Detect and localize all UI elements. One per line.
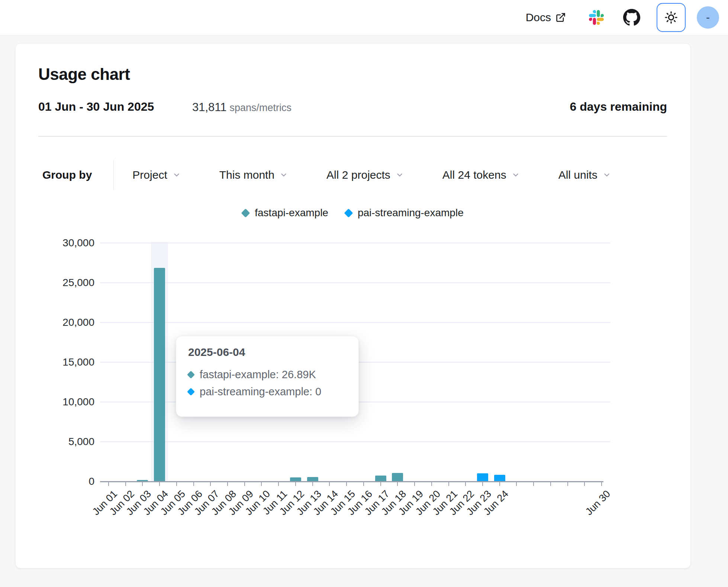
usage-card: Usage chart 01 Jun - 30 Jun 2025 31,811s… — [15, 43, 691, 568]
avatar-label: - — [706, 11, 710, 24]
dropdown-all-2-projects[interactable]: All 2 projects — [326, 169, 404, 181]
chevron-down-icon — [603, 171, 611, 179]
x-axis-tick — [516, 482, 517, 486]
x-axis-tick-label: Jun 30 — [576, 488, 613, 525]
page-title: Usage chart — [38, 65, 130, 84]
x-axis-tick — [346, 482, 347, 486]
x-axis-tick — [125, 482, 126, 486]
gridline-30000 — [100, 243, 610, 243]
slack-icon — [589, 10, 604, 25]
x-axis-tick-label: Jun 14 — [304, 488, 341, 525]
x-axis-line — [100, 481, 603, 482]
external-link-icon — [555, 12, 566, 23]
x-axis-tick-label: Jun 17 — [355, 488, 392, 525]
theme-toggle-button[interactable] — [657, 3, 686, 32]
date-range: 01 Jun - 30 Jun 2025 — [38, 100, 154, 114]
x-axis-tick-label: Jun 01 — [83, 488, 120, 525]
x-axis-tick — [329, 482, 330, 486]
usage-count: 31,811 — [192, 101, 227, 114]
y-axis-tick-label: 20,000 — [35, 317, 94, 328]
x-axis-tick-label: Jun 10 — [236, 488, 273, 525]
x-axis-tick — [278, 482, 279, 486]
x-axis-tick-label: Jun 08 — [202, 488, 239, 525]
dropdown-all-24-tokens[interactable]: All 24 tokens — [442, 169, 520, 181]
tooltip-row-pai-streaming-example: pai-streaming-example: 0 — [188, 383, 347, 400]
chevron-down-icon — [396, 171, 404, 179]
dropdown-all-units[interactable]: All units — [558, 169, 611, 181]
y-axis-tick-label: 25,000 — [35, 277, 94, 289]
x-axis-tick-label: Jun 07 — [184, 488, 222, 525]
dropdown-this-month[interactable]: This month — [219, 169, 288, 181]
chevron-down-icon — [173, 171, 181, 179]
x-axis-tick — [261, 482, 262, 486]
chevron-down-icon — [512, 171, 520, 179]
y-axis-tick-label: 30,000 — [35, 237, 94, 249]
bar-fastapi-example-jun-04[interactable] — [154, 268, 165, 481]
x-axis-tick — [227, 482, 228, 486]
x-axis-tick-label: Jun 18 — [372, 488, 409, 525]
tooltip-diamond-icon — [187, 370, 195, 378]
docs-link[interactable]: Docs — [526, 11, 566, 24]
x-axis-tick — [193, 482, 194, 486]
x-axis-tick — [414, 482, 415, 486]
slack-button[interactable] — [589, 10, 604, 25]
tooltip-diamond-icon — [187, 387, 195, 395]
x-axis-tick — [482, 482, 483, 486]
x-axis-tick — [465, 482, 466, 486]
y-axis-tick-label: 5,000 — [35, 436, 94, 448]
x-axis-tick — [244, 482, 245, 486]
x-axis-tick-label: Jun 15 — [320, 488, 358, 525]
gridline-20000 — [100, 322, 610, 323]
x-axis-tick-label: Jun 03 — [117, 488, 154, 525]
x-axis-tick — [108, 482, 109, 486]
x-axis-tick — [601, 482, 602, 486]
x-axis-tick — [397, 482, 398, 486]
x-axis-tick — [142, 482, 143, 486]
bar-fastapi-example-jun-18[interactable] — [392, 473, 403, 481]
dropdown-label: All units — [558, 169, 597, 181]
bar-fastapi-example-jun-13[interactable] — [307, 477, 318, 481]
chevron-down-icon — [280, 171, 288, 179]
sun-icon — [664, 10, 678, 25]
github-button[interactable] — [623, 9, 640, 26]
x-axis-tick — [380, 482, 381, 486]
legend-item-fastapi-example[interactable]: fastapi-example — [242, 207, 328, 219]
x-axis-tick — [431, 482, 432, 486]
x-axis-tick — [312, 482, 313, 486]
usage-count-wrap: 31,811spans/metrics — [192, 101, 291, 114]
usage-bar-chart: 05,00010,00015,00020,00025,00030,000Jun … — [16, 43, 691, 569]
x-axis-tick — [550, 482, 551, 486]
x-axis-tick — [567, 482, 568, 486]
x-axis-tick — [295, 482, 296, 486]
legend-item-pai-streaming-example[interactable]: pai-streaming-example — [345, 207, 464, 219]
tooltip-date: 2025-06-04 — [188, 346, 347, 359]
x-axis-tick-label: Jun 02 — [100, 488, 137, 525]
bar-fastapi-example-jun-17[interactable] — [375, 476, 386, 481]
x-axis-tick-label: Jun 19 — [389, 488, 426, 525]
filter-separator — [113, 160, 114, 190]
bar-fastapi-example-jun-03[interactable] — [137, 480, 148, 481]
x-axis-tick — [448, 482, 449, 486]
y-axis-tick-label: 15,000 — [35, 356, 94, 368]
x-axis-tick-label: Jun 12 — [270, 488, 307, 525]
chart-tooltip: 2025-06-04 fastapi-example: 26.89Kpai-st… — [176, 336, 359, 417]
x-axis-tick — [159, 482, 160, 486]
bar-fastapi-example-jun-12[interactable] — [290, 477, 301, 481]
group-by-label: Group by — [42, 169, 92, 181]
dropdown-project[interactable]: Project — [132, 169, 180, 181]
days-remaining: 6 days remaining — [570, 100, 667, 114]
x-axis-tick-label: Jun 05 — [151, 488, 188, 525]
x-axis-tick — [363, 482, 364, 486]
x-axis-tick-label: Jun 21 — [423, 488, 460, 525]
x-axis-tick-label: Jun 06 — [168, 488, 205, 525]
x-axis-tick — [210, 482, 211, 486]
divider — [38, 136, 667, 137]
legend-diamond-icon — [241, 208, 250, 217]
x-axis-tick-label: Jun 20 — [406, 488, 443, 525]
avatar[interactable]: - — [697, 6, 719, 29]
chart-legend: fastapi-examplepai-streaming-example — [16, 207, 690, 219]
bar-pai-streaming-example-jun-24[interactable] — [494, 475, 505, 481]
dropdown-label: All 24 tokens — [442, 169, 506, 181]
x-axis-tick — [499, 482, 500, 486]
bar-pai-streaming-example-jun-23[interactable] — [477, 473, 488, 481]
